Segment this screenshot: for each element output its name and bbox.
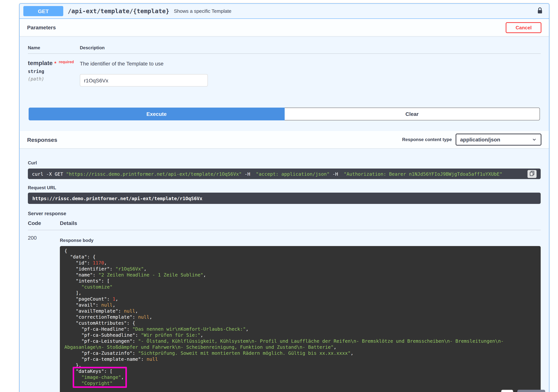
- parameters-table: Name Description template * required str…: [20, 36, 549, 86]
- server-response-row: 200 Response body { "data": { "id": 1170…: [28, 230, 541, 392]
- content-type-value: application/json: [460, 136, 500, 143]
- download-button[interactable]: Download: [517, 390, 545, 392]
- operation-summary[interactable]: GET /api-ext/template/{template} Shows a…: [20, 4, 549, 19]
- parameter-location: (path): [28, 76, 80, 82]
- operation-block: GET /api-ext/template/{template} Shows a…: [19, 3, 549, 392]
- parameter-row: template * required string (path) The id…: [28, 54, 541, 86]
- clear-button[interactable]: Clear: [284, 108, 540, 120]
- parameter-description: The identifier of the Template to use: [80, 60, 541, 67]
- server-response-label: Server response: [28, 211, 541, 216]
- parameter-name: template * required: [28, 60, 80, 67]
- responses-title: Responses: [27, 136, 57, 143]
- parameters-header: Parameters Cancel: [20, 19, 549, 36]
- curl-label: Curl: [28, 160, 541, 166]
- lock-icon: [537, 9, 543, 15]
- server-response-table-header: Code Details: [28, 216, 541, 230]
- content-type-select[interactable]: application/json: [456, 134, 541, 145]
- response-body-block: { "data": { "id": 1170, "identifier": "r…: [60, 246, 541, 392]
- curl-command: curl -X GET "https://rissc.demo.printfor…: [32, 171, 502, 177]
- copy-curl-button[interactable]: [528, 170, 537, 178]
- column-header-name: Name: [28, 45, 80, 51]
- column-header-description: Description: [80, 45, 541, 51]
- parameters-table-header: Name Description: [28, 45, 541, 54]
- auth-lock-button[interactable]: [535, 6, 545, 16]
- chevron-down-icon: [532, 137, 537, 142]
- required-star: *: [54, 60, 56, 66]
- parameters-title: Parameters: [27, 25, 56, 30]
- response-content-type: Response content type application/json: [402, 134, 541, 145]
- clipboard-icon: [530, 170, 534, 177]
- page: GET /api-ext/template/{template} Shows a…: [0, 0, 558, 392]
- parameter-type: string: [28, 69, 80, 74]
- request-url-label: Request URL: [28, 185, 541, 190]
- column-header-details: Details: [60, 220, 77, 226]
- response-body-label: Response body: [60, 238, 541, 243]
- responses-inner: Curl curl -X GET "https://rissc.demo.pri…: [20, 148, 549, 392]
- request-url: https://rissc.demo.printformer.net/api-e…: [32, 196, 202, 201]
- template-value-input[interactable]: [80, 74, 208, 86]
- curl-block: curl -X GET "https://rissc.demo.printfor…: [28, 169, 541, 179]
- endpoint-summary: Shows a specific Template: [174, 8, 231, 14]
- endpoint-path: /api-ext/template/{template}: [68, 8, 169, 15]
- cancel-button[interactable]: Cancel: [506, 22, 541, 33]
- required-label: required: [59, 60, 74, 64]
- column-header-code: Code: [28, 220, 60, 226]
- parameter-description-cell: The identifier of the Template to use: [80, 60, 541, 86]
- status-code: 200: [28, 235, 60, 392]
- request-url-block: https://rissc.demo.printformer.net/api-e…: [28, 193, 541, 204]
- copy-response-button[interactable]: [501, 390, 513, 392]
- execute-button[interactable]: Execute: [29, 108, 284, 120]
- responses-header: Responses Response content type applicat…: [20, 131, 549, 148]
- response-json: { "data": { "id": 1170, "identifier": "r…: [64, 248, 536, 386]
- execute-row: Execute Clear: [20, 108, 549, 120]
- parameter-meta: template * required string (path): [28, 60, 80, 86]
- http-method-badge: GET: [23, 6, 63, 16]
- response-details: Response body { "data": { "id": 1170, "i…: [60, 235, 541, 392]
- content-type-label: Response content type: [402, 137, 452, 142]
